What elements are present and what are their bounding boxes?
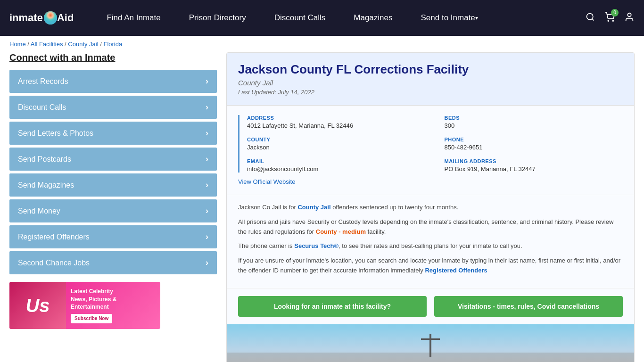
beds-value: 300: [445, 122, 623, 129]
chevron-right-icon: ›: [206, 76, 208, 86]
ad-line2: News, Pictures &: [71, 296, 116, 304]
registered-offenders-link[interactable]: Registered Offenders: [425, 267, 487, 274]
nav-send-to-inmate[interactable]: Send to Inmate: [407, 0, 492, 36]
phone-value: 850-482-9651: [445, 144, 623, 151]
breadcrumb: Home / All Facilities / County Jail / Fl…: [0, 36, 644, 52]
logo[interactable]: inmate Aid: [9, 11, 74, 25]
email-label: EMAIL: [247, 158, 426, 164]
main-container: Connect with an Inmate Arrest Records › …: [0, 52, 644, 362]
securus-tech-link[interactable]: Securus Tech®: [294, 242, 339, 249]
chevron-right-icon: ›: [206, 206, 208, 216]
last-updated: Last Updated: July 14, 2022: [238, 89, 623, 96]
sidebar-item-send-money[interactable]: Send Money ›: [9, 199, 217, 222]
facility-photo: [227, 324, 634, 362]
chevron-right-icon: ›: [206, 154, 208, 164]
county-jail-link[interactable]: County Jail: [297, 204, 330, 211]
ad-line3: Entertainment: [71, 303, 116, 311]
ad-subscribe-button[interactable]: Subscribe Now: [71, 314, 112, 323]
sidebar-item-label: Send Money: [18, 207, 60, 215]
nav-icons: 0: [586, 12, 635, 25]
chevron-right-icon: ›: [206, 232, 208, 242]
ad-text-block: Latest Celebrity News, Pictures & Entert…: [66, 283, 121, 328]
ad-brand-logo: Us: [25, 295, 50, 316]
breadcrumb-state[interactable]: Florida: [103, 41, 122, 48]
pole-silhouette: [412, 334, 449, 357]
svg-rect-6: [429, 334, 431, 357]
nav-magazines[interactable]: Magazines: [339, 0, 406, 36]
nav-links: Find An Inmate Prison Directory Discount…: [92, 0, 586, 36]
facility-header: Jackson County FL Corrections Facility C…: [227, 53, 634, 106]
nav-prison-directory[interactable]: Prison Directory: [175, 0, 260, 36]
desc-paragraph-3: The phone carrier is Securus Tech®, to s…: [238, 241, 623, 251]
county-medium-link[interactable]: County - medium: [316, 228, 366, 235]
sidebar-item-registered-offenders[interactable]: Registered Offenders ›: [9, 225, 217, 248]
svg-point-5: [627, 13, 631, 16]
cart-badge: 0: [611, 9, 619, 16]
action-buttons: Looking for an inmate at this facility? …: [227, 288, 634, 324]
mailing-value: PO Box 919, Marianna, FL 32447: [445, 165, 623, 173]
svg-line-2: [592, 18, 594, 20]
svg-point-4: [612, 20, 613, 21]
ad-line1: Latest Celebrity: [71, 288, 116, 296]
advertisement[interactable]: Us Latest Celebrity News, Pictures & Ent…: [9, 282, 160, 329]
phone-label: PHONE: [445, 137, 623, 142]
address-value: 4012 Lafayette St, Marianna, FL 32446: [247, 122, 426, 129]
svg-point-0: [44, 11, 57, 25]
sidebar-item-label: Arrest Records: [18, 77, 68, 86]
beds-label: BEDS: [445, 115, 623, 121]
sidebar-menu: Arrest Records › Discount Calls › Send L…: [9, 70, 217, 274]
sidebar-item-second-chance-jobs[interactable]: Second Chance Jobs ›: [9, 251, 217, 274]
beds-field: BEDS 300: [445, 115, 623, 129]
sidebar-item-label: Send Magazines: [18, 181, 74, 189]
svg-rect-7: [421, 338, 440, 340]
cart-button[interactable]: 0: [604, 12, 615, 25]
sidebar-item-send-letters[interactable]: Send Letters & Photos ›: [9, 122, 217, 145]
nav-find-inmate[interactable]: Find An Inmate: [92, 0, 174, 36]
sidebar-item-label: Send Letters & Photos: [18, 129, 93, 138]
sidebar-item-label: Discount Calls: [18, 103, 66, 112]
user-button[interactable]: [624, 12, 635, 25]
desc-paragraph-1: Jackson Co Jail is for County Jail offen…: [238, 203, 623, 213]
svg-point-3: [608, 20, 609, 21]
sidebar-item-label: Second Chance Jobs: [18, 259, 90, 267]
find-inmate-button[interactable]: Looking for an inmate at this facility?: [238, 296, 427, 317]
chevron-right-icon: ›: [206, 128, 208, 138]
breadcrumb-all-facilities[interactable]: All Facilities: [31, 41, 63, 48]
chevron-right-icon: ›: [206, 180, 208, 190]
desc-paragraph-4: If you are unsure of your inmate's locat…: [238, 256, 623, 276]
county-value: Jackson: [247, 144, 426, 151]
breadcrumb-county-jail[interactable]: County Jail: [68, 41, 98, 48]
sidebar-item-discount-calls[interactable]: Discount Calls ›: [9, 96, 217, 119]
chevron-right-icon: ›: [206, 102, 208, 112]
navigation: inmate Aid Find An Inmate Prison Directo…: [0, 0, 644, 36]
chevron-right-icon: ›: [206, 258, 208, 268]
sidebar-item-send-magazines[interactable]: Send Magazines ›: [9, 173, 217, 197]
nav-discount-calls[interactable]: Discount Calls: [260, 0, 340, 36]
mailing-label: MAILING ADDRESS: [445, 158, 623, 164]
facility-info: ADDRESS 4012 Lafayette St, Marianna, FL …: [227, 106, 634, 195]
facility-description: Jackson Co Jail is for County Jail offen…: [227, 195, 634, 288]
email-value: info@jacksoncountyfl.com: [247, 165, 426, 173]
phone-field: PHONE 850-482-9651: [445, 137, 623, 151]
email-field: EMAIL info@jacksoncountyfl.com: [247, 158, 426, 173]
svg-point-1: [587, 13, 593, 19]
county-label: COUNTY: [247, 137, 426, 142]
facility-content: Jackson County FL Corrections Facility C…: [226, 52, 635, 362]
view-website-link[interactable]: View Official Website: [238, 178, 295, 185]
sidebar: Connect with an Inmate Arrest Records › …: [9, 52, 217, 362]
county-field: COUNTY Jackson: [247, 137, 426, 151]
address-field: ADDRESS 4012 Lafayette St, Marianna, FL …: [247, 115, 426, 129]
search-button[interactable]: [586, 12, 595, 24]
sidebar-item-send-postcards[interactable]: Send Postcards ›: [9, 148, 217, 171]
address-label: ADDRESS: [247, 115, 426, 121]
logo-suffix-text: Aid: [57, 12, 74, 24]
sidebar-item-label: Send Postcards: [18, 155, 71, 164]
info-grid: ADDRESS 4012 Lafayette St, Marianna, FL …: [238, 115, 623, 173]
breadcrumb-home[interactable]: Home: [9, 41, 26, 48]
logo-icon: [44, 11, 57, 25]
ad-image: Us: [9, 282, 66, 329]
facility-type: County Jail: [238, 79, 623, 87]
sidebar-item-arrest-records[interactable]: Arrest Records ›: [9, 70, 217, 93]
facility-name: Jackson County FL Corrections Facility: [238, 62, 623, 77]
visitations-button[interactable]: Visitations - times, rules, Covid cancel…: [434, 296, 623, 317]
